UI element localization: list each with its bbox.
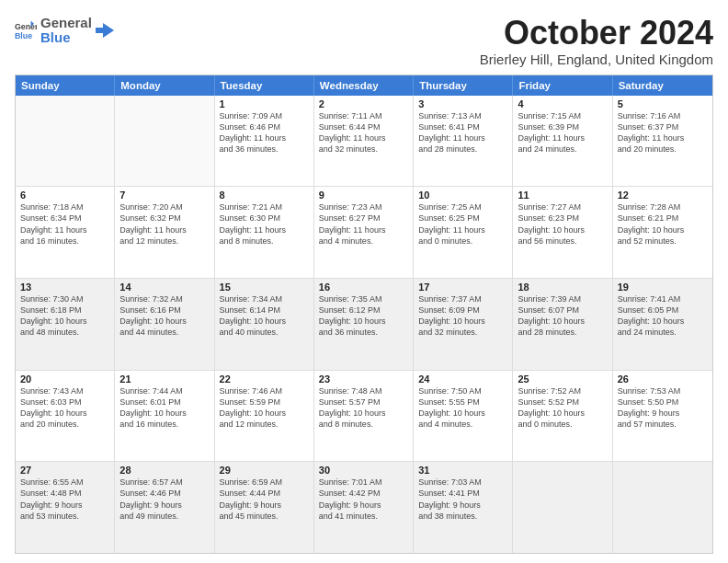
day-info: Sunrise: 7:03 AM Sunset: 4:41 PM Dayligh… bbox=[418, 477, 507, 522]
cal-header-thursday: Thursday bbox=[414, 75, 513, 96]
day-number: 31 bbox=[418, 465, 507, 476]
day-number: 22 bbox=[220, 373, 309, 385]
cal-row-2: 13Sunrise: 7:30 AM Sunset: 6:18 PM Dayli… bbox=[16, 279, 712, 371]
day-number: 26 bbox=[618, 373, 708, 385]
day-number: 6 bbox=[20, 190, 109, 201]
day-number: 28 bbox=[119, 465, 209, 476]
calendar-header-row: SundayMondayTuesdayWednesdayThursdayFrid… bbox=[16, 75, 712, 96]
day-info: Sunrise: 6:57 AM Sunset: 4:46 PM Dayligh… bbox=[119, 477, 209, 522]
day-info: Sunrise: 7:39 AM Sunset: 6:07 PM Dayligh… bbox=[518, 293, 607, 339]
day-number: 11 bbox=[518, 190, 607, 201]
cal-cell-r1-c1: 7Sunrise: 7:20 AM Sunset: 6:32 PM Daylig… bbox=[115, 187, 214, 278]
day-info: Sunrise: 7:52 AM Sunset: 5:52 PM Dayligh… bbox=[518, 385, 607, 431]
day-number: 30 bbox=[319, 465, 408, 476]
cal-cell-r3-c3: 23Sunrise: 7:48 AM Sunset: 5:57 PM Dayli… bbox=[314, 371, 414, 462]
logo: General Blue General Blue bbox=[15, 15, 114, 46]
cal-cell-r0-c6: 5Sunrise: 7:16 AM Sunset: 6:37 PM Daylig… bbox=[613, 96, 712, 187]
cal-cell-r2-c1: 14Sunrise: 7:32 AM Sunset: 6:16 PM Dayli… bbox=[115, 279, 214, 370]
svg-marker-3 bbox=[96, 23, 114, 38]
cal-cell-r1-c2: 8Sunrise: 7:21 AM Sunset: 6:30 PM Daylig… bbox=[215, 187, 314, 278]
day-info: Sunrise: 7:43 AM Sunset: 6:03 PM Dayligh… bbox=[20, 385, 109, 431]
cal-row-4: 27Sunrise: 6:55 AM Sunset: 4:48 PM Dayli… bbox=[16, 462, 712, 553]
cal-cell-r2-c6: 19Sunrise: 7:41 AM Sunset: 6:05 PM Dayli… bbox=[613, 279, 712, 370]
day-info: Sunrise: 7:34 AM Sunset: 6:14 PM Dayligh… bbox=[220, 293, 309, 339]
title-section: October 2024 Brierley Hill, England, Uni… bbox=[480, 15, 713, 67]
day-info: Sunrise: 7:53 AM Sunset: 5:50 PM Dayligh… bbox=[618, 385, 708, 431]
cal-cell-r0-c4: 3Sunrise: 7:13 AM Sunset: 6:41 PM Daylig… bbox=[414, 96, 513, 187]
day-number: 4 bbox=[518, 98, 607, 109]
cal-cell-r4-c1: 28Sunrise: 6:57 AM Sunset: 4:46 PM Dayli… bbox=[115, 462, 214, 553]
day-number: 17 bbox=[418, 282, 507, 293]
day-info: Sunrise: 7:16 AM Sunset: 6:37 PM Dayligh… bbox=[618, 110, 708, 155]
cal-cell-r1-c3: 9Sunrise: 7:23 AM Sunset: 6:27 PM Daylig… bbox=[314, 187, 414, 278]
day-info: Sunrise: 7:50 AM Sunset: 5:55 PM Dayligh… bbox=[418, 385, 507, 431]
day-info: Sunrise: 6:55 AM Sunset: 4:48 PM Dayligh… bbox=[20, 477, 109, 522]
cal-cell-r0-c5: 4Sunrise: 7:15 AM Sunset: 6:39 PM Daylig… bbox=[513, 96, 612, 187]
cal-cell-r2-c5: 18Sunrise: 7:39 AM Sunset: 6:07 PM Dayli… bbox=[513, 279, 612, 370]
day-number: 25 bbox=[518, 373, 607, 385]
cal-cell-r1-c0: 6Sunrise: 7:18 AM Sunset: 6:34 PM Daylig… bbox=[16, 187, 115, 278]
cal-header-saturday: Saturday bbox=[613, 75, 712, 96]
day-info: Sunrise: 7:48 AM Sunset: 5:57 PM Dayligh… bbox=[319, 385, 408, 431]
day-number: 21 bbox=[119, 373, 209, 385]
day-info: Sunrise: 7:13 AM Sunset: 6:41 PM Dayligh… bbox=[418, 110, 507, 155]
cal-cell-r3-c4: 24Sunrise: 7:50 AM Sunset: 5:55 PM Dayli… bbox=[414, 371, 513, 462]
day-info: Sunrise: 7:11 AM Sunset: 6:44 PM Dayligh… bbox=[319, 110, 408, 155]
day-info: Sunrise: 7:23 AM Sunset: 6:27 PM Dayligh… bbox=[319, 201, 408, 247]
cal-header-monday: Monday bbox=[115, 75, 214, 96]
day-number: 18 bbox=[518, 282, 607, 293]
day-info: Sunrise: 7:01 AM Sunset: 4:42 PM Dayligh… bbox=[319, 477, 408, 522]
cal-header-sunday: Sunday bbox=[16, 75, 115, 96]
day-info: Sunrise: 7:27 AM Sunset: 6:23 PM Dayligh… bbox=[518, 201, 607, 247]
month-title: October 2024 bbox=[480, 15, 713, 52]
cal-row-3: 20Sunrise: 7:43 AM Sunset: 6:03 PM Dayli… bbox=[16, 371, 712, 463]
day-info: Sunrise: 7:41 AM Sunset: 6:05 PM Dayligh… bbox=[618, 293, 708, 339]
cal-cell-r0-c2: 1Sunrise: 7:09 AM Sunset: 6:46 PM Daylig… bbox=[215, 96, 314, 187]
day-info: Sunrise: 6:59 AM Sunset: 4:44 PM Dayligh… bbox=[220, 477, 309, 522]
day-number: 3 bbox=[418, 98, 507, 109]
day-info: Sunrise: 7:37 AM Sunset: 6:09 PM Dayligh… bbox=[418, 293, 507, 339]
cal-header-friday: Friday bbox=[513, 75, 612, 96]
day-number: 5 bbox=[618, 98, 708, 109]
cal-cell-r4-c5 bbox=[513, 462, 612, 553]
cal-cell-r2-c4: 17Sunrise: 7:37 AM Sunset: 6:09 PM Dayli… bbox=[414, 279, 513, 370]
cal-header-tuesday: Tuesday bbox=[215, 75, 314, 96]
page: General Blue General Blue October 2024 B… bbox=[0, 0, 728, 563]
day-number: 1 bbox=[220, 98, 309, 109]
cal-cell-r4-c0: 27Sunrise: 6:55 AM Sunset: 4:48 PM Dayli… bbox=[16, 462, 115, 553]
logo-icon: General Blue bbox=[15, 19, 37, 41]
day-info: Sunrise: 7:09 AM Sunset: 6:46 PM Dayligh… bbox=[220, 110, 309, 155]
day-info: Sunrise: 7:15 AM Sunset: 6:39 PM Dayligh… bbox=[518, 110, 607, 155]
day-number: 2 bbox=[319, 98, 408, 109]
cal-cell-r4-c2: 29Sunrise: 6:59 AM Sunset: 4:44 PM Dayli… bbox=[215, 462, 314, 553]
day-number: 23 bbox=[319, 373, 408, 385]
cal-cell-r4-c3: 30Sunrise: 7:01 AM Sunset: 4:42 PM Dayli… bbox=[314, 462, 414, 553]
location-title: Brierley Hill, England, United Kingdom bbox=[480, 52, 713, 67]
day-info: Sunrise: 7:35 AM Sunset: 6:12 PM Dayligh… bbox=[319, 293, 408, 339]
day-number: 8 bbox=[220, 190, 309, 201]
cal-cell-r2-c2: 15Sunrise: 7:34 AM Sunset: 6:14 PM Dayli… bbox=[215, 279, 314, 370]
day-number: 20 bbox=[20, 373, 109, 385]
logo-blue: Blue bbox=[40, 29, 92, 46]
cal-cell-r0-c3: 2Sunrise: 7:11 AM Sunset: 6:44 PM Daylig… bbox=[314, 96, 414, 187]
cal-header-wednesday: Wednesday bbox=[314, 75, 414, 96]
day-info: Sunrise: 7:28 AM Sunset: 6:21 PM Dayligh… bbox=[618, 201, 708, 247]
cal-cell-r3-c0: 20Sunrise: 7:43 AM Sunset: 6:03 PM Dayli… bbox=[16, 371, 115, 462]
day-number: 19 bbox=[618, 282, 708, 293]
day-number: 15 bbox=[220, 282, 309, 293]
day-number: 16 bbox=[319, 282, 408, 293]
day-info: Sunrise: 7:21 AM Sunset: 6:30 PM Dayligh… bbox=[220, 201, 309, 247]
cal-cell-r4-c4: 31Sunrise: 7:03 AM Sunset: 4:41 PM Dayli… bbox=[414, 462, 513, 553]
day-info: Sunrise: 7:44 AM Sunset: 6:01 PM Dayligh… bbox=[119, 385, 209, 431]
cal-cell-r1-c6: 12Sunrise: 7:28 AM Sunset: 6:21 PM Dayli… bbox=[613, 187, 712, 278]
day-number: 24 bbox=[418, 373, 507, 385]
cal-cell-r0-c1 bbox=[115, 96, 214, 187]
day-info: Sunrise: 7:18 AM Sunset: 6:34 PM Dayligh… bbox=[20, 201, 109, 247]
day-number: 7 bbox=[119, 190, 209, 201]
svg-text:Blue: Blue bbox=[15, 31, 32, 40]
cal-cell-r3-c1: 21Sunrise: 7:44 AM Sunset: 6:01 PM Dayli… bbox=[115, 371, 214, 462]
day-info: Sunrise: 7:25 AM Sunset: 6:25 PM Dayligh… bbox=[418, 201, 507, 247]
cal-cell-r3-c6: 26Sunrise: 7:53 AM Sunset: 5:50 PM Dayli… bbox=[613, 371, 712, 462]
logo-arrow-icon bbox=[96, 21, 114, 40]
day-number: 12 bbox=[618, 190, 708, 201]
